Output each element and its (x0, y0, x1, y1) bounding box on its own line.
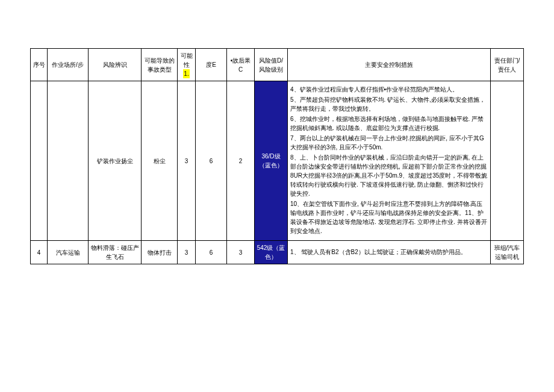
cell-measures: 1、 驾驶人员有B2（含B2）以上驾驶证；正确保戴劳动防护用品。 (288, 241, 491, 264)
th-seq: 序号 (31, 49, 48, 81)
cell-risk: 物料滑落：碰压产生飞石 (89, 241, 142, 264)
th-type: 可能导致的事故类型 (142, 49, 178, 81)
cell-measures: 4、铲装作业过程应由专人蔡仔指挥•作业半径范阳内严禁站人。 5、严禁超负荷挖铲物… (288, 81, 491, 241)
th-L-line1: 可能性 (181, 52, 193, 68)
th-measures: 主要安全控制措旌 (288, 49, 491, 81)
th-E: 度E (196, 49, 227, 81)
page: 序号 作业场所/步 风险辨识 可能导致的事故类型 可能性 1. 度E •故后果C… (0, 0, 554, 282)
cell-risk: 铲装作业扬尘 (89, 81, 142, 241)
cell-resp: 班组/汽车运输司机 (491, 241, 524, 264)
cell-L: 3 (178, 81, 196, 241)
measure-item: 10、在架空管线下面作业, 铲斗起升时应注意不婴排到上方的障碍物.高压输电线路卜… (290, 199, 488, 235)
th-resp: 责任部门/责任人 (491, 49, 524, 81)
cell-seq (31, 81, 48, 241)
th-risk: 风险辨识 (89, 49, 142, 81)
cell-resp (491, 81, 524, 241)
th-place: 作业场所/步 (48, 49, 89, 81)
measure-item: 7、两台以上的铲装机械在同一平台上作业时.挖掘机的间距, 应不小于其G大挖掘半径… (290, 134, 488, 152)
th-C: •故后果C (227, 49, 255, 81)
th-L: 可能性 1. (178, 49, 196, 81)
table-row: 铲装作业扬尘 粉尘 3 6 2 36/D级（蓝色） 4、铲装作业过程应由专人蔡仔… (31, 81, 524, 241)
table-header: 序号 作业场所/步 风险辨识 可能导致的事故类型 可能性 1. 度E •故后果C… (31, 49, 524, 81)
cell-risklevel: 36/D级（蓝色） (255, 81, 288, 241)
cell-E: 6 (196, 81, 227, 241)
th-D: 风险值D/风险级别 (255, 49, 288, 81)
cell-risklevel: 542级（蓝色） (255, 241, 288, 264)
measure-item: 8、上、卜台阶同时作业的铲装机械，应沿臼阶走向错开一定的距离, 在上部台阶边缘安… (290, 153, 488, 198)
measure-item: 5、严禁超负荷挖铲物料或装救不均. 铲运长、大物件,必须采取安全措施，严禁将我行… (290, 95, 488, 113)
cell-place (48, 81, 89, 241)
cell-type: 粉尘 (142, 81, 178, 241)
table-body: 铲装作业扬尘 粉尘 3 6 2 36/D级（蓝色） 4、铲装作业过程应由专人蔡仔… (31, 81, 524, 264)
table-row: 4 汽车运输 物料滑落：碰压产生飞石 物体打击 3 6 3 542级（蓝色） 1… (31, 241, 524, 264)
cell-E: 6 (196, 241, 227, 264)
cell-place: 汽车运输 (48, 241, 89, 264)
cell-C: 2 (227, 81, 255, 241)
cell-C: 3 (227, 241, 255, 264)
cell-type: 物体打击 (142, 241, 178, 264)
measure-item: 6、挖城作业时，根据地形选择有利场地，做到链条与地面接触平稔. 严禁挖掘机倾斜离… (290, 114, 488, 132)
risk-table: 序号 作业场所/步 风险辨识 可能导致的事故类型 可能性 1. 度E •故后果C… (30, 48, 524, 264)
cell-L: 3 (178, 241, 196, 264)
cell-seq: 4 (31, 241, 48, 264)
measure-item: 1、 驾驶人员有B2（含B2）以上驾驶证；正确保戴劳动防护用品。 (290, 247, 488, 257)
measure-item: 4、铲装作业过程应由专人蔡仔指挥•作业半径范阳内严禁站人。 (290, 85, 488, 94)
th-L-highlight: 1. (183, 69, 189, 78)
